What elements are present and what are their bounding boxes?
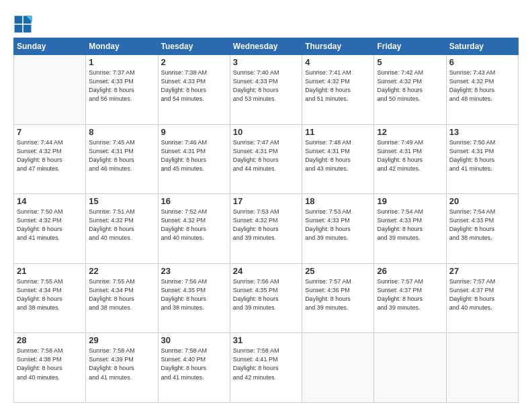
calendar-table: SundayMondayTuesdayWednesdayThursdayFrid…	[13, 38, 519, 403]
day-cell: 10Sunrise: 7:47 AMSunset: 4:31 PMDayligh…	[230, 124, 302, 194]
day-info: Sunrise: 7:57 AMSunset: 4:36 PMDaylight:…	[305, 277, 371, 312]
week-row-5: 28Sunrise: 7:58 AMSunset: 4:38 PMDayligh…	[14, 333, 519, 403]
day-cell: 8Sunrise: 7:45 AMSunset: 4:31 PMDaylight…	[86, 124, 158, 194]
day-info: Sunrise: 7:56 AMSunset: 4:35 PMDaylight:…	[161, 277, 227, 312]
day-number: 6	[449, 57, 515, 67]
day-info: Sunrise: 7:50 AMSunset: 4:31 PMDaylight:…	[449, 138, 515, 173]
day-info: Sunrise: 7:46 AMSunset: 4:31 PMDaylight:…	[161, 138, 227, 173]
day-info: Sunrise: 7:45 AMSunset: 4:31 PMDaylight:…	[89, 138, 154, 173]
day-number: 29	[89, 335, 154, 345]
day-number: 7	[17, 127, 83, 137]
weekday-header-monday: Monday	[86, 38, 158, 55]
day-number: 9	[161, 127, 227, 137]
day-cell: 28Sunrise: 7:58 AMSunset: 4:38 PMDayligh…	[14, 333, 86, 403]
day-cell: 17Sunrise: 7:53 AMSunset: 4:32 PMDayligh…	[230, 194, 302, 264]
day-number: 19	[377, 196, 443, 206]
day-number: 3	[233, 57, 299, 67]
day-info: Sunrise: 7:56 AMSunset: 4:35 PMDaylight:…	[233, 277, 299, 312]
weekday-header-sunday: Sunday	[14, 38, 86, 55]
day-cell: 16Sunrise: 7:52 AMSunset: 4:32 PMDayligh…	[158, 194, 230, 264]
day-info: Sunrise: 7:57 AMSunset: 4:37 PMDaylight:…	[449, 277, 515, 312]
day-cell: 31Sunrise: 7:58 AMSunset: 4:41 PMDayligh…	[230, 333, 302, 403]
day-cell: 30Sunrise: 7:58 AMSunset: 4:40 PMDayligh…	[158, 333, 230, 403]
day-info: Sunrise: 7:47 AMSunset: 4:31 PMDaylight:…	[233, 138, 299, 173]
day-info: Sunrise: 7:58 AMSunset: 4:39 PMDaylight:…	[89, 347, 154, 381]
day-cell: 4Sunrise: 7:41 AMSunset: 4:32 PMDaylight…	[302, 55, 374, 125]
week-row-1: 1Sunrise: 7:37 AMSunset: 4:33 PMDaylight…	[14, 55, 519, 125]
day-info: Sunrise: 7:58 AMSunset: 4:40 PMDaylight:…	[161, 347, 227, 381]
day-number: 25	[305, 266, 371, 276]
day-cell: 11Sunrise: 7:48 AMSunset: 4:31 PMDayligh…	[302, 124, 374, 194]
day-number: 1	[89, 57, 154, 67]
week-row-4: 21Sunrise: 7:55 AMSunset: 4:34 PMDayligh…	[14, 263, 519, 333]
day-info: Sunrise: 7:54 AMSunset: 4:33 PMDaylight:…	[449, 208, 515, 242]
day-number: 31	[233, 335, 299, 345]
weekday-header-thursday: Thursday	[302, 38, 374, 55]
day-info: Sunrise: 7:54 AMSunset: 4:33 PMDaylight:…	[377, 208, 443, 242]
day-info: Sunrise: 7:48 AMSunset: 4:31 PMDaylight:…	[305, 138, 371, 173]
day-number: 13	[449, 127, 515, 137]
day-cell: 13Sunrise: 7:50 AMSunset: 4:31 PMDayligh…	[446, 124, 518, 194]
day-info: Sunrise: 7:40 AMSunset: 4:33 PMDaylight:…	[233, 68, 299, 103]
day-info: Sunrise: 7:37 AMSunset: 4:33 PMDaylight:…	[89, 68, 154, 103]
day-cell: 2Sunrise: 7:38 AMSunset: 4:33 PMDaylight…	[158, 55, 230, 125]
day-number: 11	[305, 127, 371, 137]
day-cell: 24Sunrise: 7:56 AMSunset: 4:35 PMDayligh…	[230, 263, 302, 333]
day-number: 22	[89, 266, 154, 276]
day-cell: 14Sunrise: 7:50 AMSunset: 4:32 PMDayligh…	[14, 194, 86, 264]
day-info: Sunrise: 7:44 AMSunset: 4:32 PMDaylight:…	[17, 138, 83, 173]
day-number: 23	[161, 266, 227, 276]
day-number: 27	[449, 266, 515, 276]
day-cell: 15Sunrise: 7:51 AMSunset: 4:32 PMDayligh…	[86, 194, 158, 264]
day-info: Sunrise: 7:52 AMSunset: 4:32 PMDaylight:…	[161, 208, 227, 242]
day-cell: 27Sunrise: 7:57 AMSunset: 4:37 PMDayligh…	[446, 263, 518, 333]
day-number: 18	[305, 196, 371, 206]
week-row-3: 14Sunrise: 7:50 AMSunset: 4:32 PMDayligh…	[14, 194, 519, 264]
day-number: 17	[233, 196, 299, 206]
day-info: Sunrise: 7:49 AMSunset: 4:31 PMDaylight:…	[377, 138, 443, 173]
weekday-header-wednesday: Wednesday	[230, 38, 302, 55]
day-cell: 19Sunrise: 7:54 AMSunset: 4:33 PMDayligh…	[374, 194, 446, 264]
day-info: Sunrise: 7:50 AMSunset: 4:32 PMDaylight:…	[17, 208, 83, 242]
day-number: 26	[377, 266, 443, 276]
weekday-header-row: SundayMondayTuesdayWednesdayThursdayFrid…	[14, 38, 519, 55]
svg-rect-3	[15, 25, 23, 33]
day-number: 2	[161, 57, 227, 67]
weekday-header-friday: Friday	[374, 38, 446, 55]
day-cell: 20Sunrise: 7:54 AMSunset: 4:33 PMDayligh…	[446, 194, 518, 264]
day-info: Sunrise: 7:57 AMSunset: 4:37 PMDaylight:…	[377, 277, 443, 312]
weekday-header-saturday: Saturday	[446, 38, 518, 55]
day-info: Sunrise: 7:51 AMSunset: 4:32 PMDaylight:…	[89, 208, 154, 242]
day-number: 8	[89, 127, 154, 137]
svg-rect-4	[24, 25, 32, 33]
weekday-header-tuesday: Tuesday	[158, 38, 230, 55]
day-number: 15	[89, 196, 154, 206]
day-cell: 25Sunrise: 7:57 AMSunset: 4:36 PMDayligh…	[302, 263, 374, 333]
day-cell: 29Sunrise: 7:58 AMSunset: 4:39 PMDayligh…	[86, 333, 158, 403]
day-info: Sunrise: 7:55 AMSunset: 4:34 PMDaylight:…	[89, 277, 154, 312]
day-info: Sunrise: 7:43 AMSunset: 4:32 PMDaylight:…	[449, 68, 515, 103]
day-cell: 12Sunrise: 7:49 AMSunset: 4:31 PMDayligh…	[374, 124, 446, 194]
day-info: Sunrise: 7:42 AMSunset: 4:32 PMDaylight:…	[377, 68, 443, 103]
day-info: Sunrise: 7:53 AMSunset: 4:33 PMDaylight:…	[305, 208, 371, 242]
day-cell: 1Sunrise: 7:37 AMSunset: 4:33 PMDaylight…	[86, 55, 158, 125]
day-cell: 21Sunrise: 7:55 AMSunset: 4:34 PMDayligh…	[14, 263, 86, 333]
svg-rect-1	[15, 16, 23, 24]
day-info: Sunrise: 7:55 AMSunset: 4:34 PMDaylight:…	[17, 277, 83, 312]
day-cell: 5Sunrise: 7:42 AMSunset: 4:32 PMDaylight…	[374, 55, 446, 125]
week-row-2: 7Sunrise: 7:44 AMSunset: 4:32 PMDaylight…	[14, 124, 519, 194]
day-number: 21	[17, 266, 83, 276]
day-cell: 22Sunrise: 7:55 AMSunset: 4:34 PMDayligh…	[86, 263, 158, 333]
day-cell	[446, 333, 518, 403]
day-cell: 7Sunrise: 7:44 AMSunset: 4:32 PMDaylight…	[14, 124, 86, 194]
day-cell	[374, 333, 446, 403]
day-number: 12	[377, 127, 443, 137]
day-info: Sunrise: 7:38 AMSunset: 4:33 PMDaylight:…	[161, 68, 227, 103]
day-number: 14	[17, 196, 83, 206]
day-cell: 9Sunrise: 7:46 AMSunset: 4:31 PMDaylight…	[158, 124, 230, 194]
day-cell: 18Sunrise: 7:53 AMSunset: 4:33 PMDayligh…	[302, 194, 374, 264]
day-cell	[302, 333, 374, 403]
day-number: 28	[17, 335, 83, 345]
day-number: 24	[233, 266, 299, 276]
day-cell: 23Sunrise: 7:56 AMSunset: 4:35 PMDayligh…	[158, 263, 230, 333]
